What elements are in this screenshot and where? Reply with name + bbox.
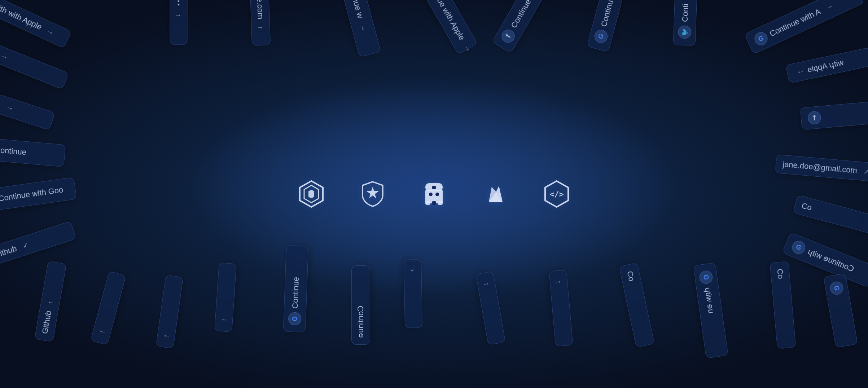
co-bottom: Co bbox=[625, 270, 636, 282]
card-bottom-2: ↑ bbox=[90, 271, 126, 345]
arrow-icon: ↑ bbox=[554, 280, 563, 284]
continue-facebook-text: Continue with bbox=[509, 0, 541, 30]
card-left-3: ple → bbox=[0, 90, 55, 130]
ple-text: ple bbox=[0, 97, 2, 109]
svg-rect-5 bbox=[438, 201, 443, 205]
co-text: Co bbox=[801, 201, 813, 212]
svg-rect-7 bbox=[435, 193, 439, 196]
google-icon-right: G bbox=[753, 30, 770, 47]
auth-star-icon bbox=[356, 178, 389, 210]
google-icon-bottom13: G bbox=[829, 281, 844, 296]
arrow-icon: ↑ bbox=[46, 300, 54, 305]
card-left-5: G Continue with Goo bbox=[0, 177, 77, 213]
dev-icon: </> bbox=[540, 178, 573, 210]
card-bottom-3: ↑ bbox=[156, 275, 183, 349]
card-top-6: G Continue → bbox=[587, 0, 632, 52]
svg-rect-8 bbox=[432, 186, 436, 189]
card-right-1: G Continue with A → bbox=[744, 0, 865, 54]
co-bottom12: Co bbox=[775, 268, 785, 279]
arrow-icon: → bbox=[45, 27, 56, 37]
arrow-icon: ↗ bbox=[863, 167, 868, 176]
arrow-icon: ↑ bbox=[220, 318, 228, 322]
arrow-icon: ↑ bbox=[175, 14, 183, 17]
card-bottom-9: ↑ bbox=[549, 270, 573, 347]
github-bottom: Github bbox=[40, 310, 53, 335]
arrow-icon: ↑ bbox=[162, 334, 170, 338]
facebook-icon-right: f bbox=[807, 111, 821, 125]
center-icons-group: </> bbox=[295, 178, 573, 210]
arrow-icon: ↑ bbox=[257, 26, 265, 30]
card-bottom-1: Github ↑ bbox=[34, 261, 66, 342]
card-top-1: •••••••••• ↑ bbox=[170, 0, 188, 45]
google-icon-bottom5: G bbox=[288, 312, 301, 325]
arrow-icon: → bbox=[824, 1, 834, 12]
continue-bottom: Continue bbox=[290, 277, 301, 309]
continue-github-text: Continue w bbox=[346, 0, 365, 19]
firebase-icon bbox=[479, 178, 512, 210]
continue-google-left: Continue with Goo bbox=[0, 185, 64, 203]
arrow-icon: → bbox=[5, 103, 14, 113]
continue-apple-text: Continue with Apple bbox=[424, 0, 467, 42]
continue-google-text: Continue bbox=[599, 0, 617, 28]
card-bottom-8: ↑ bbox=[476, 271, 506, 345]
card-bottom-11: G ɥtiw ɘu bbox=[693, 263, 728, 358]
card-top-2: jane@doe.com ↑ bbox=[249, 0, 271, 46]
reversed-continue: ɘunitnoƆ bbox=[356, 306, 365, 338]
card-bottom-7: › bbox=[404, 259, 422, 328]
password-dots: •••••••••• bbox=[175, 0, 182, 7]
arrow-icon: → bbox=[358, 23, 368, 32]
card-bottom-6: ɘunitnoƆ bbox=[351, 265, 370, 345]
card-left-1: uo ith with Apple → bbox=[0, 0, 72, 49]
card-top-5: f Continue with → bbox=[492, 0, 562, 53]
polygon-icon bbox=[295, 178, 328, 210]
card-left-4: 🐦 Continue bbox=[0, 137, 66, 167]
card-bottom-10: Co bbox=[619, 263, 655, 348]
card-bottom-5: G Continue bbox=[283, 245, 308, 332]
card-top-4: 🍎 Continue with Apple → bbox=[406, 0, 478, 55]
continue-apple-left: uo ith with Apple bbox=[0, 0, 43, 32]
card-top-3: Continue w → bbox=[333, 0, 381, 57]
continue-left-text: Continue bbox=[0, 145, 27, 157]
card-right-3: f bbox=[800, 101, 868, 130]
svg-rect-6 bbox=[429, 193, 433, 196]
continue-right-text: Continue with A bbox=[768, 7, 822, 39]
checkmark-icon: ✓ bbox=[21, 240, 30, 250]
arrow-icon: › bbox=[408, 269, 417, 272]
svg-text:</>: </> bbox=[549, 190, 564, 199]
arrow-icon: ↑ bbox=[97, 329, 106, 335]
google-icon-bottom11: G bbox=[699, 270, 714, 285]
card-bottom-4: ↑ bbox=[214, 263, 237, 332]
reversed-continue-bottom: ɥtiw ɘu bbox=[703, 287, 716, 314]
card-right-5: Co bbox=[793, 195, 868, 235]
reversed-apple-text: elqqA ɥtiw bbox=[807, 58, 845, 75]
ghost-icon bbox=[418, 178, 450, 210]
card-bottom-12: Co bbox=[770, 261, 796, 349]
card-left-2: → bbox=[0, 44, 69, 90]
arrow-icon: ↑ bbox=[482, 282, 491, 287]
conti-text: Conti bbox=[680, 3, 691, 22]
card-left-6: Github ✓ bbox=[0, 221, 76, 267]
card-top-7: 🐦 Conti bbox=[673, 0, 698, 46]
reversed-google-text: ɥtiw ɘunitnoƆ bbox=[806, 247, 855, 274]
card-right-2: ← elqqA ɥtiw bbox=[785, 47, 868, 84]
arrow-icon: → bbox=[462, 43, 473, 54]
google-icon: G bbox=[593, 28, 609, 44]
facebook-icon: f bbox=[499, 27, 517, 45]
twitter-icon: 🐦 bbox=[678, 25, 691, 39]
google-icon-right6: G bbox=[790, 239, 807, 256]
svg-marker-0 bbox=[367, 187, 379, 198]
card-bottom-13: G bbox=[823, 273, 858, 348]
email-text: jane@doe.com bbox=[254, 0, 265, 19]
card-right-4: jane.doe@gmail.com ↗ bbox=[775, 154, 868, 182]
email-right: jane.doe@gmail.com bbox=[782, 160, 857, 176]
arrow-icon: → bbox=[0, 52, 9, 62]
arrow-icon: ← bbox=[796, 67, 805, 76]
com-text: Github bbox=[0, 244, 18, 260]
svg-rect-3 bbox=[425, 201, 430, 205]
svg-rect-4 bbox=[432, 201, 436, 205]
